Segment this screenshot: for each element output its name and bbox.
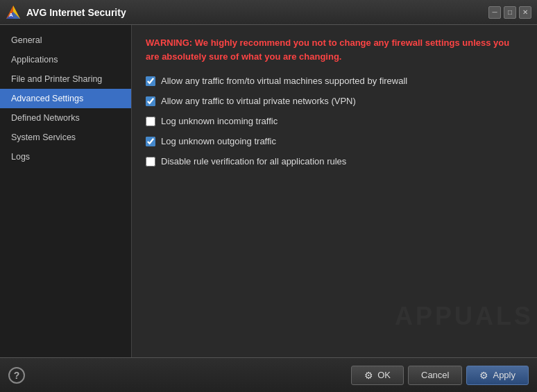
sidebar-item-system-services[interactable]: System Services xyxy=(0,128,131,147)
checkbox-log-incoming-label[interactable]: Log unknown incoming traffic xyxy=(161,116,278,126)
checkbox-log-outgoing-label[interactable]: Log unknown outgoing traffic xyxy=(161,136,276,146)
ok-button[interactable]: ⚙ OK xyxy=(351,366,404,385)
checkbox-log-incoming-input[interactable] xyxy=(146,117,155,126)
maximize-button[interactable]: □ xyxy=(504,6,516,19)
watermark: APPUALS xyxy=(391,290,530,350)
sidebar-item-file-printer-sharing[interactable]: File and Printer Sharing xyxy=(0,69,131,89)
checkbox-allow-vm-traffic: Allow any traffic from/to virtual machin… xyxy=(146,76,523,86)
apply-button[interactable]: ⚙ Apply xyxy=(466,366,529,385)
footer-buttons: ⚙ OK Cancel ⚙ Apply xyxy=(351,366,529,385)
avg-logo: A xyxy=(6,5,26,20)
apply-icon: ⚙ xyxy=(479,370,488,381)
checkbox-log-incoming: Log unknown incoming traffic xyxy=(146,116,523,126)
window-title: AVG Internet Security xyxy=(26,7,488,18)
cancel-button[interactable]: Cancel xyxy=(408,366,462,385)
main-layout: General Applications File and Printer Sh… xyxy=(0,25,537,357)
checkbox-allow-vpn-input[interactable] xyxy=(146,96,155,106)
sidebar-item-defined-networks[interactable]: Defined Networks xyxy=(0,108,131,128)
footer-bar: ? ⚙ OK Cancel ⚙ Apply xyxy=(0,357,537,392)
footer-left: ? xyxy=(8,367,25,384)
svg-text:A: A xyxy=(9,12,13,18)
checkbox-disable-rule-input[interactable] xyxy=(146,157,155,167)
checkbox-disable-rule-verification: Disable rule verification for all applic… xyxy=(146,156,523,167)
sidebar-item-logs[interactable]: Logs xyxy=(0,147,131,167)
sidebar: General Applications File and Printer Sh… xyxy=(0,25,132,357)
checkbox-allow-vpn-traffic: Allow any traffic to virtual private net… xyxy=(146,96,523,106)
sidebar-item-general[interactable]: General xyxy=(0,31,131,50)
title-bar: A AVG Internet Security ─ □ ✕ xyxy=(0,0,537,25)
ok-icon: ⚙ xyxy=(364,370,373,381)
checkbox-allow-vm-label[interactable]: Allow any traffic from/to virtual machin… xyxy=(161,76,407,86)
window-controls: ─ □ ✕ xyxy=(488,6,531,19)
close-button[interactable]: ✕ xyxy=(519,6,531,19)
content-area: WARNING: We highly recommend you not to … xyxy=(132,25,537,357)
minimize-button[interactable]: ─ xyxy=(488,6,501,19)
checkbox-log-outgoing: Log unknown outgoing traffic xyxy=(146,136,523,146)
help-button[interactable]: ? xyxy=(8,367,25,384)
warning-text: WARNING: We highly recommend you not to … xyxy=(146,36,523,63)
sidebar-item-applications[interactable]: Applications xyxy=(0,50,131,69)
sidebar-item-advanced-settings[interactable]: Advanced Settings xyxy=(0,89,131,108)
checkbox-allow-vm-input[interactable] xyxy=(146,76,155,86)
checkbox-disable-rule-label[interactable]: Disable rule verification for all applic… xyxy=(161,156,346,167)
svg-text:APPUALS: APPUALS xyxy=(395,302,530,330)
checkbox-log-outgoing-input[interactable] xyxy=(146,137,155,146)
checkbox-allow-vpn-label[interactable]: Allow any traffic to virtual private net… xyxy=(161,96,356,106)
